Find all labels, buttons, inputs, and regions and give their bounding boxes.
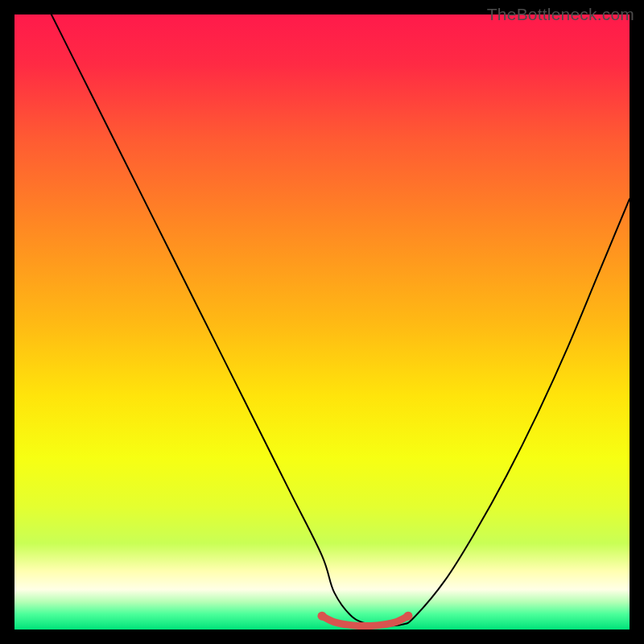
gradient-background [14, 14, 630, 630]
watermark-text: TheBottleneck.com [487, 5, 634, 24]
plot-area [14, 14, 630, 630]
optimal-range-end-dot [403, 612, 412, 621]
chart-svg [14, 14, 630, 630]
optimal-range-start-dot [318, 612, 327, 621]
chart-frame: TheBottleneck.com [0, 0, 644, 644]
